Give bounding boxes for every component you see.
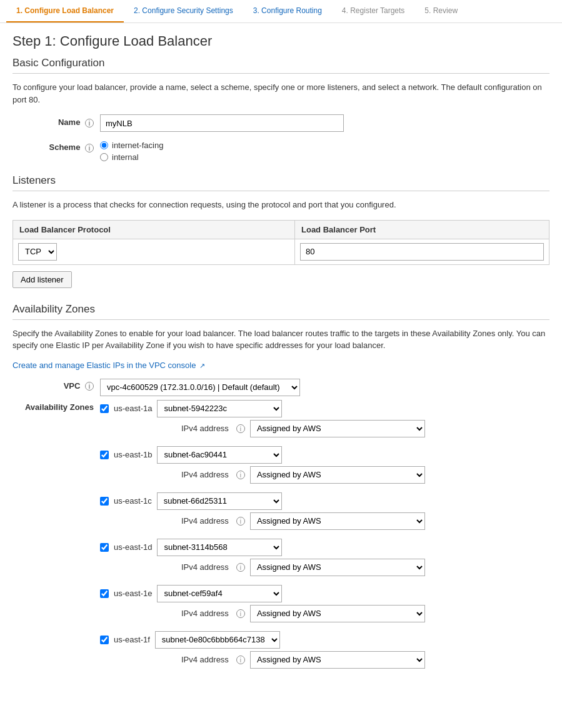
az-subnet-select-us-east-1c[interactable]: subnet-66d25311 [157, 492, 282, 510]
az-zones-label: Availability Zones [13, 400, 100, 412]
az-zone-item-us-east-1f: us-east-1fsubnet-0e80c6bbb664c7138IPv4 a… [100, 631, 549, 669]
col-protocol-header: Load Balancer Protocol [13, 220, 295, 239]
az-zone-name-us-east-1d: us-east-1d [114, 542, 152, 552]
protocol-cell: TCP UDP TLS [13, 239, 295, 264]
external-link-icon: ↗ [199, 362, 205, 369]
az-ipv4-select-us-east-1c[interactable]: Assigned by AWS [250, 512, 425, 530]
scheme-internal[interactable]: internal [100, 152, 549, 162]
az-ipv4-info-icon-us-east-1b[interactable]: i [236, 471, 245, 479]
az-ipv4-row-us-east-1c: IPv4 addressiAssigned by AWS [181, 512, 549, 530]
az-ipv4-info-icon-us-east-1f[interactable]: i [236, 656, 245, 664]
wizard-nav: 1. Configure Load Balancer2. Configure S… [0, 0, 562, 23]
scheme-info-icon[interactable]: i [85, 144, 94, 152]
scheme-internal-label: internal [112, 152, 139, 162]
vpc-select[interactable]: vpc-4c600529 (172.31.0.0/16) | Default (… [100, 379, 300, 396]
wizard-step-step2[interactable]: 2. Configure Security Settings [124, 0, 243, 22]
az-zone-name-us-east-1e: us-east-1e [114, 589, 152, 598]
az-zone-row-us-east-1e: us-east-1esubnet-cef59af4 [100, 585, 549, 602]
name-control [100, 114, 549, 132]
basic-config-divider [13, 73, 549, 74]
az-zone-item-us-east-1a: us-east-1asubnet-5942223cIPv4 addressiAs… [100, 400, 549, 437]
listeners-divider [13, 191, 549, 191]
main-content: Step 1: Configure Load Balancer Basic Co… [0, 23, 562, 691]
az-subnet-select-us-east-1e[interactable]: subnet-cef59af4 [157, 585, 282, 602]
vpc-info-icon[interactable]: i [85, 382, 94, 391]
basic-config-description: To configure your load balancer, provide… [13, 81, 549, 106]
scheme-internal-radio[interactable] [100, 153, 108, 161]
vpc-console-link[interactable]: Create and manage Elastic IPs in the VPC… [13, 361, 205, 370]
az-checkbox-us-east-1e[interactable] [100, 589, 109, 598]
listeners-description: A listener is a process that checks for … [13, 199, 549, 211]
az-zone-item-us-east-1e: us-east-1esubnet-cef59af4IPv4 addressiAs… [100, 585, 549, 622]
az-subnet-select-us-east-1f[interactable]: subnet-0e80c6bbb664c7138 [155, 631, 280, 649]
az-divider [13, 319, 549, 320]
az-heading: Availability Zones [13, 303, 549, 316]
name-label: Name i [13, 114, 100, 127]
az-ipv4-select-us-east-1a[interactable]: Assigned by AWS [250, 420, 425, 437]
name-row: Name i [13, 114, 549, 132]
scheme-control: internet-facing internal [100, 141, 549, 162]
availability-zones-section: Availability Zones Specify the Availabil… [13, 303, 549, 677]
az-zones-row: Availability Zones us-east-1asubnet-5942… [13, 400, 549, 677]
az-ipv4-select-us-east-1e[interactable]: Assigned by AWS [250, 605, 425, 622]
az-zone-row-us-east-1a: us-east-1asubnet-5942223c [100, 400, 549, 417]
az-zone-name-us-east-1b: us-east-1b [114, 450, 152, 459]
az-ipv4-select-us-east-1d[interactable]: Assigned by AWS [250, 559, 425, 576]
az-ipv4-info-icon-us-east-1c[interactable]: i [236, 517, 245, 526]
az-ipv4-label-us-east-1d: IPv4 address [181, 562, 229, 572]
az-zone-row-us-east-1f: us-east-1fsubnet-0e80c6bbb664c7138 [100, 631, 549, 649]
scheme-internet-facing-label: internet-facing [112, 141, 163, 150]
az-ipv4-info-icon-us-east-1a[interactable]: i [236, 424, 245, 433]
listeners-heading: Listeners [13, 174, 549, 187]
az-ipv4-row-us-east-1d: IPv4 addressiAssigned by AWS [181, 559, 549, 576]
wizard-step-step5: 5. Review [414, 0, 468, 22]
az-ipv4-row-us-east-1a: IPv4 addressiAssigned by AWS [181, 420, 549, 437]
wizard-step-step3[interactable]: 3. Configure Routing [243, 0, 332, 22]
az-subnet-select-us-east-1d[interactable]: subnet-3114b568 [157, 539, 282, 556]
add-listener-button[interactable]: Add listener [13, 271, 72, 288]
scheme-internet-facing-radio[interactable] [100, 141, 108, 149]
az-checkbox-us-east-1c[interactable] [100, 497, 109, 506]
az-checkbox-us-east-1a[interactable] [100, 404, 109, 413]
az-ipv4-label-us-east-1f: IPv4 address [181, 655, 229, 664]
az-zone-item-us-east-1b: us-east-1bsubnet-6ac90441IPv4 addressiAs… [100, 446, 549, 484]
name-input[interactable] [100, 114, 344, 132]
port-input[interactable] [300, 243, 544, 261]
listeners-table: Load Balancer Protocol Load Balancer Por… [13, 220, 549, 265]
listener-row: TCP UDP TLS [13, 239, 549, 264]
az-zone-row-us-east-1c: us-east-1csubnet-66d25311 [100, 492, 549, 510]
az-checkbox-us-east-1f[interactable] [100, 636, 109, 644]
wizard-step-step1[interactable]: 1. Configure Load Balancer [6, 0, 124, 22]
vpc-label: VPC i [13, 379, 100, 391]
page-title: Step 1: Configure Load Balancer [13, 33, 549, 49]
az-description: Specify the Availability Zones to enable… [13, 327, 549, 352]
port-cell [295, 239, 549, 264]
az-zone-item-us-east-1c: us-east-1csubnet-66d25311IPv4 addressiAs… [100, 492, 549, 530]
listeners-section: Listeners A listener is a process that c… [13, 174, 549, 288]
az-ipv4-row-us-east-1b: IPv4 addressiAssigned by AWS [181, 466, 549, 484]
vpc-console-link-text: Create and manage Elastic IPs in the VPC… [13, 361, 196, 370]
az-zone-name-us-east-1f: us-east-1f [114, 635, 150, 644]
az-subnet-select-us-east-1b[interactable]: subnet-6ac90441 [157, 446, 282, 464]
az-zone-name-us-east-1a: us-east-1a [114, 404, 152, 413]
az-ipv4-info-icon-us-east-1e[interactable]: i [236, 609, 245, 618]
az-ipv4-info-icon-us-east-1d[interactable]: i [236, 563, 245, 572]
az-zone-name-us-east-1c: us-east-1c [114, 496, 152, 506]
protocol-select[interactable]: TCP UDP TLS [18, 243, 57, 261]
wizard-step-step4: 4. Register Targets [332, 0, 415, 22]
az-checkbox-us-east-1d[interactable] [100, 543, 109, 552]
az-zones-control: us-east-1asubnet-5942223cIPv4 addressiAs… [100, 400, 549, 677]
az-ipv4-label-us-east-1e: IPv4 address [181, 609, 229, 618]
az-checkbox-us-east-1b[interactable] [100, 451, 109, 459]
az-ipv4-label-us-east-1c: IPv4 address [181, 516, 229, 526]
az-subnet-select-us-east-1a[interactable]: subnet-5942223c [157, 400, 282, 417]
vpc-row: VPC i vpc-4c600529 (172.31.0.0/16) | Def… [13, 379, 549, 396]
az-ipv4-select-us-east-1f[interactable]: Assigned by AWS [250, 651, 425, 669]
name-info-icon[interactable]: i [85, 119, 94, 127]
az-ipv4-label-us-east-1a: IPv4 address [181, 424, 229, 433]
az-form: VPC i vpc-4c600529 (172.31.0.0/16) | Def… [13, 379, 549, 677]
scheme-internet-facing[interactable]: internet-facing [100, 141, 549, 150]
scheme-label: Scheme i [13, 139, 100, 152]
az-ipv4-select-us-east-1b[interactable]: Assigned by AWS [250, 466, 425, 484]
basic-config-heading: Basic Configuration [13, 57, 549, 69]
